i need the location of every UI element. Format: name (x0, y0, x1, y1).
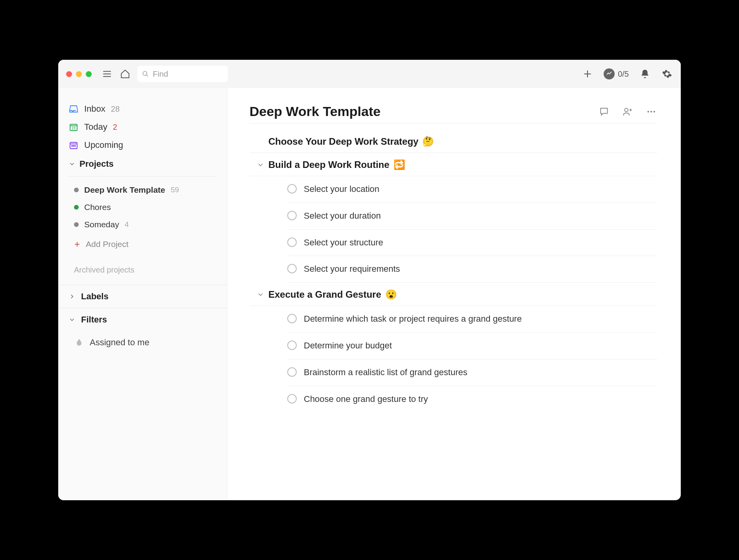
svg-point-14 (75, 146, 76, 146)
settings-icon[interactable] (661, 68, 673, 80)
sidebar-today-count: 2 (113, 123, 117, 132)
task-checkbox[interactable] (287, 264, 297, 273)
search-input[interactable] (153, 70, 223, 79)
svg-point-12 (72, 146, 72, 146)
labels-label: Labels (81, 291, 109, 302)
project-bullet (74, 222, 79, 227)
titlebar: 0/5 (58, 60, 681, 88)
maximize-window-button[interactable] (86, 71, 92, 77)
task-label: Choose one grand gesture to try (304, 393, 428, 405)
task-checkbox[interactable] (287, 394, 297, 403)
sidebar-labels[interactable]: Labels (58, 285, 227, 308)
sidebar-assigned[interactable]: Assigned to me (58, 331, 227, 354)
project-name: Someday (84, 220, 119, 229)
menu-icon[interactable] (101, 68, 113, 80)
task-label: Select your duration (304, 210, 381, 222)
section-build-routine: Build a Deep Work Routine 🔁 Select your … (249, 155, 657, 283)
project-actions (598, 106, 657, 118)
more-icon[interactable] (645, 106, 657, 118)
project-name: Deep Work Template (84, 185, 165, 195)
task-row[interactable]: Choose one grand gesture to try (287, 386, 657, 413)
task-label: Determine your budget (304, 340, 392, 352)
chevron-down-icon (257, 291, 264, 298)
task-row[interactable]: Select your duration (287, 203, 657, 230)
task-label: Brainstorm a realistic list of grand ges… (304, 367, 467, 379)
productivity-button[interactable]: 0/5 (604, 68, 629, 79)
sidebar-today-label: Today (84, 122, 107, 132)
task-checkbox[interactable] (287, 184, 297, 193)
projects-header-label: Projects (79, 159, 114, 169)
task-checkbox[interactable] (287, 314, 297, 323)
divider (68, 176, 217, 177)
today-icon: 23 (68, 122, 79, 132)
close-window-button[interactable] (66, 71, 72, 77)
sidebar-inbox[interactable]: Inbox 28 (58, 100, 227, 118)
toolbar-right: 0/5 (582, 68, 673, 80)
task-row[interactable]: Determine your budget (287, 333, 657, 359)
svg-point-19 (650, 111, 652, 112)
svg-point-18 (647, 111, 649, 112)
section-choose-strategy: Choose Your Deep Work Strategy 🤔 (249, 132, 657, 153)
archived-projects-label[interactable]: Archived projects (58, 255, 227, 285)
project-name: Chores (84, 203, 111, 212)
project-bullet (74, 205, 79, 210)
section-grand-gesture: Execute a Grand Gesture 😮 Determine whic… (249, 285, 657, 412)
project-count: 4 (125, 220, 129, 229)
chevron-down-icon (257, 161, 264, 169)
task-row[interactable]: Select your location (287, 176, 657, 203)
sidebar: Inbox 28 23 Today 2 Upcoming Projects (58, 88, 227, 500)
toolbar-left (101, 66, 228, 82)
svg-point-13 (73, 146, 74, 146)
task-row[interactable]: Brainstorm a realistic list of grand ges… (287, 359, 657, 386)
inbox-icon (68, 104, 79, 114)
assigned-label: Assigned to me (90, 337, 150, 348)
add-project-button[interactable]: + Add Project (58, 233, 227, 255)
sidebar-today[interactable]: 23 Today 2 (58, 118, 227, 136)
sidebar-project-chores[interactable]: Chores (58, 199, 227, 216)
chevron-down-icon (68, 160, 76, 168)
share-icon[interactable] (622, 106, 634, 118)
task-checkbox[interactable] (287, 367, 297, 377)
task-row[interactable]: Select your requirements (287, 256, 657, 283)
home-icon[interactable] (119, 68, 131, 80)
svg-line-4 (146, 75, 148, 76)
sidebar-project-deep-work[interactable]: Deep Work Template 59 (58, 181, 227, 199)
sidebar-upcoming[interactable]: Upcoming (58, 136, 227, 154)
sidebar-inbox-count: 28 (111, 105, 120, 114)
window-controls (66, 71, 92, 77)
task-checkbox[interactable] (287, 341, 297, 350)
project-header: Deep Work Template (249, 104, 657, 119)
sidebar-filters[interactable]: Filters (58, 308, 227, 331)
task-checkbox[interactable] (287, 211, 297, 220)
task-checkbox[interactable] (287, 238, 297, 247)
app-window: 0/5 Inbox 28 23 Today (58, 60, 681, 500)
surprised-emoji: 😮 (385, 289, 397, 300)
task-label: Select your location (304, 183, 379, 195)
svg-point-3 (143, 71, 147, 75)
section-title: Execute a Grand Gesture (268, 289, 381, 300)
search-box[interactable] (137, 66, 228, 82)
minimize-window-button[interactable] (76, 71, 82, 77)
divider (249, 123, 657, 123)
sidebar-projects-header[interactable]: Projects (58, 154, 227, 174)
sidebar-upcoming-label: Upcoming (84, 140, 123, 150)
upcoming-icon (68, 140, 79, 150)
sidebar-project-someday[interactable]: Someday 4 (58, 216, 227, 233)
notifications-icon[interactable] (639, 68, 651, 80)
project-title: Deep Work Template (249, 104, 381, 119)
section-header[interactable]: Build a Deep Work Routine 🔁 (249, 155, 657, 176)
comments-icon[interactable] (598, 106, 610, 118)
task-label: Select your structure (304, 237, 383, 249)
task-row[interactable]: Select your structure (287, 230, 657, 256)
main-content: Deep Work Template Choose You (227, 88, 681, 500)
section-title: Choose Your Deep Work Strategy (268, 136, 418, 147)
chevron-down-icon (68, 316, 76, 323)
sidebar-inbox-label: Inbox (84, 104, 105, 114)
task-row[interactable]: Determine which task or project requires… (287, 306, 657, 333)
project-count: 59 (171, 186, 179, 194)
add-task-icon[interactable] (582, 68, 593, 80)
thinking-emoji: 🤔 (422, 136, 434, 147)
section-header[interactable]: Execute a Grand Gesture 😮 (249, 285, 657, 306)
svg-point-15 (624, 108, 628, 112)
section-header[interactable]: Choose Your Deep Work Strategy 🤔 (249, 132, 657, 153)
